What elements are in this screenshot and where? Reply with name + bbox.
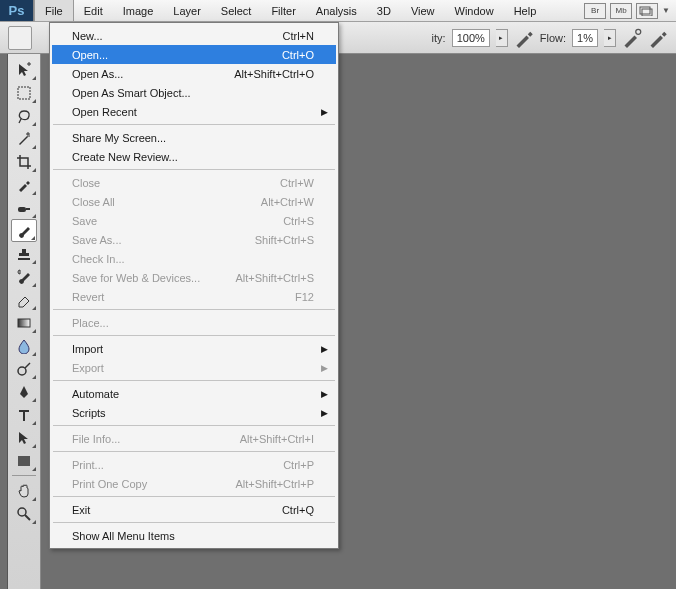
menu-select[interactable]: Select [211,0,262,21]
app-logo: Ps [0,0,34,21]
menu-help[interactable]: Help [504,0,547,21]
svg-point-8 [18,508,26,516]
file-menu-dropdown: New...Ctrl+NOpen...Ctrl+OOpen As...Alt+S… [49,22,339,549]
file-menu-automate[interactable]: Automate▶ [52,384,336,403]
file-menu-create-new-review[interactable]: Create New Review... [52,147,336,166]
flow-flyout[interactable]: ▸ [604,29,616,47]
opacity-flyout[interactable]: ▸ [496,29,508,47]
file-menu-open[interactable]: Open...Ctrl+O [52,45,336,64]
flow-input[interactable]: 1% [572,29,598,47]
tool-marquee[interactable] [11,81,37,104]
dropdown-arrow-icon[interactable]: ▼ [662,6,670,15]
tool-pen[interactable] [11,380,37,403]
submenu-arrow-icon: ▶ [321,344,328,354]
menu-filter[interactable]: Filter [261,0,305,21]
bridge-button[interactable]: Br [584,3,606,19]
tool-hand[interactable] [11,479,37,502]
svg-point-2 [636,29,641,34]
file-menu-exit[interactable]: ExitCtrl+Q [52,500,336,519]
file-menu-export: Export▶ [52,358,336,377]
submenu-arrow-icon: ▶ [321,107,328,117]
svg-rect-7 [18,456,30,466]
file-menu-close: CloseCtrl+W [52,173,336,192]
opacity-input[interactable]: 100% [452,29,490,47]
tool-eraser[interactable] [11,288,37,311]
screen-mode-button[interactable] [636,3,658,19]
tool-crop[interactable] [11,150,37,173]
menu-window[interactable]: Window [445,0,504,21]
tool-panel [8,54,41,589]
flow-label: Flow: [540,32,566,44]
file-menu-share-my-screen[interactable]: Share My Screen... [52,128,336,147]
tool-spot-heal[interactable] [11,196,37,219]
file-menu-new[interactable]: New...Ctrl+N [52,26,336,45]
menu-image[interactable]: Image [113,0,164,21]
file-menu-save-as: Save As...Shift+Ctrl+S [52,230,336,249]
svg-rect-3 [18,87,30,99]
mini-bridge-button[interactable]: Mb [610,3,632,19]
menu-layer[interactable]: Layer [163,0,211,21]
file-menu-save-for-web-devices: Save for Web & Devices...Alt+Shift+Ctrl+… [52,268,336,287]
airbrush-icon[interactable] [622,28,642,48]
file-menu-scripts[interactable]: Scripts▶ [52,403,336,422]
menu-analysis[interactable]: Analysis [306,0,367,21]
tool-path-select[interactable] [11,426,37,449]
tool-blur[interactable] [11,334,37,357]
file-menu-check-in: Check In... [52,249,336,268]
pressure-opacity-icon[interactable] [514,28,534,48]
tool-type[interactable] [11,403,37,426]
tool-wand[interactable] [11,127,37,150]
tool-zoom[interactable] [11,502,37,525]
opacity-label: ity: [432,32,446,44]
menu-edit[interactable]: Edit [74,0,113,21]
file-menu-revert: RevertF12 [52,287,336,306]
tool-rectangle[interactable] [11,449,37,472]
tool-brush[interactable] [11,219,37,242]
menubar: Ps FileEditImageLayerSelectFilterAnalysi… [0,0,676,22]
file-menu-close-all: Close AllAlt+Ctrl+W [52,192,336,211]
file-menu-save: SaveCtrl+S [52,211,336,230]
tool-history-brush[interactable] [11,265,37,288]
file-menu-open-recent[interactable]: Open Recent▶ [52,102,336,121]
file-menu-print: Print...Ctrl+P [52,455,336,474]
file-menu-open-as-smart-object[interactable]: Open As Smart Object... [52,83,336,102]
tool-panel-tab[interactable] [0,54,8,589]
tool-stamp[interactable] [11,242,37,265]
pressure-size-icon[interactable] [648,28,668,48]
current-tool-icon[interactable] [8,26,32,50]
submenu-arrow-icon: ▶ [321,389,328,399]
menu-3d[interactable]: 3D [367,0,401,21]
file-menu-open-as[interactable]: Open As...Alt+Shift+Ctrl+O [52,64,336,83]
file-menu-place: Place... [52,313,336,332]
submenu-arrow-icon: ▶ [321,408,328,418]
menu-view[interactable]: View [401,0,445,21]
submenu-arrow-icon: ▶ [321,363,328,373]
tool-gradient[interactable] [11,311,37,334]
tool-eyedropper[interactable] [11,173,37,196]
menu-file[interactable]: File [34,0,74,21]
tool-lasso[interactable] [11,104,37,127]
svg-rect-5 [18,319,30,327]
tool-dodge[interactable] [11,357,37,380]
tool-move[interactable] [11,58,37,81]
file-menu-show-all-menu-items[interactable]: Show All Menu Items [52,526,336,545]
svg-point-6 [18,367,26,375]
svg-rect-4 [18,207,26,212]
file-menu-print-one-copy: Print One CopyAlt+Shift+Ctrl+P [52,474,336,493]
file-menu-file-info: File Info...Alt+Shift+Ctrl+I [52,429,336,448]
file-menu-import[interactable]: Import▶ [52,339,336,358]
